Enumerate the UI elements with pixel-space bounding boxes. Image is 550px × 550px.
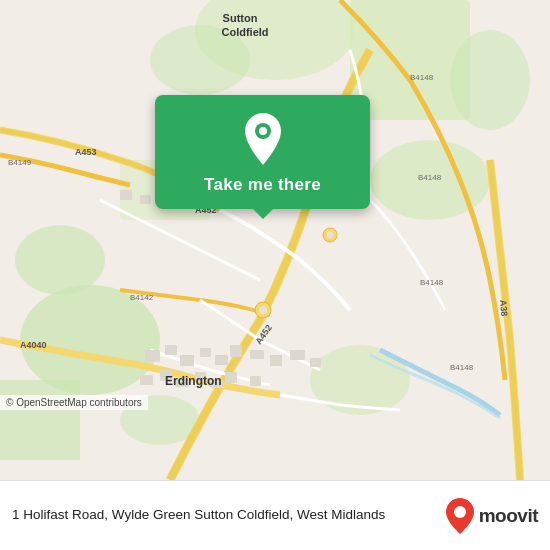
- address-label: 1 Holifast Road, Wylde Green Sutton Cold…: [12, 506, 445, 525]
- svg-rect-29: [120, 190, 132, 200]
- svg-text:Coldfield: Coldfield: [221, 26, 268, 38]
- copyright-notice: © OpenStreetMap contributors: [0, 395, 148, 410]
- svg-rect-18: [250, 350, 264, 359]
- svg-rect-20: [290, 350, 305, 360]
- svg-rect-11: [0, 380, 80, 460]
- popup-card[interactable]: Take me there: [155, 95, 370, 209]
- svg-rect-22: [140, 375, 153, 385]
- svg-text:B4149: B4149: [8, 158, 32, 167]
- svg-text:Sutton: Sutton: [223, 12, 258, 24]
- svg-rect-28: [250, 376, 261, 386]
- svg-point-37: [259, 306, 267, 314]
- svg-point-55: [259, 127, 267, 135]
- moovit-logo: moovit: [445, 498, 538, 534]
- svg-text:B4148: B4148: [450, 363, 474, 372]
- svg-point-5: [450, 30, 530, 130]
- svg-rect-12: [145, 350, 160, 362]
- svg-point-56: [454, 506, 466, 518]
- svg-text:Erdington: Erdington: [165, 374, 222, 388]
- svg-rect-30: [140, 195, 151, 204]
- svg-rect-27: [225, 372, 237, 383]
- moovit-brand-text: moovit: [479, 505, 538, 527]
- svg-text:B4148: B4148: [418, 173, 442, 182]
- svg-text:B4142: B4142: [130, 293, 154, 302]
- svg-rect-16: [215, 355, 228, 365]
- svg-text:B4148: B4148: [420, 278, 444, 287]
- svg-text:B4148: B4148: [410, 73, 434, 82]
- take-me-there-button[interactable]: Take me there: [204, 175, 321, 195]
- svg-rect-19: [270, 355, 282, 366]
- svg-rect-21: [310, 358, 321, 367]
- svg-rect-13: [165, 345, 177, 355]
- map-container: A452 A38 A453 A452 A4040 B4148 B4148 B41…: [0, 0, 550, 480]
- bottom-info-bar: 1 Holifast Road, Wylde Green Sutton Cold…: [0, 480, 550, 550]
- svg-rect-17: [230, 345, 242, 357]
- location-pin-icon: [241, 113, 285, 165]
- svg-rect-14: [180, 355, 194, 366]
- svg-point-39: [327, 232, 334, 239]
- svg-text:A4040: A4040: [20, 340, 47, 350]
- svg-text:A453: A453: [75, 147, 97, 157]
- moovit-pin-icon: [445, 498, 475, 534]
- svg-point-2: [15, 225, 105, 295]
- svg-rect-15: [200, 348, 211, 357]
- svg-text:A38: A38: [498, 299, 509, 316]
